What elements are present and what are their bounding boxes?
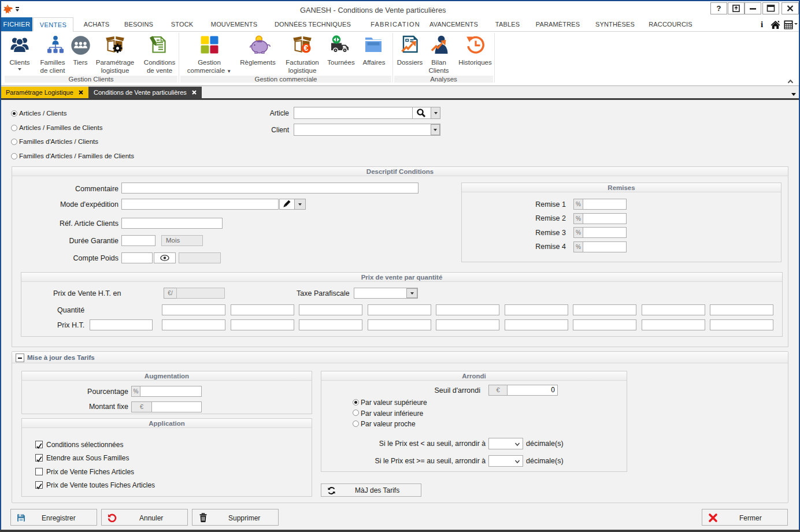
svg-text:€: € [304, 43, 309, 53]
svg-text:?: ? [717, 4, 721, 13]
